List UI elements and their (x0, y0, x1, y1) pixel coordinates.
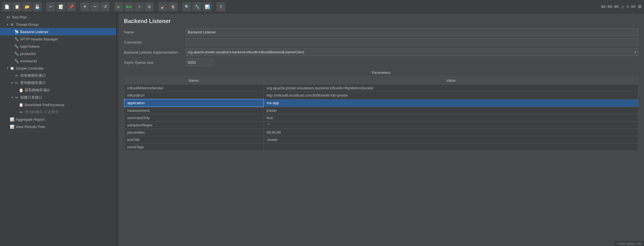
tree-icon-query-no-gateway: ✏ (19, 110, 24, 115)
tree-arrow-query-cart: ▼ (10, 81, 14, 85)
params-header-row: Name: Value (124, 77, 638, 85)
param-value-cell: true (264, 114, 638, 122)
error-count: 0/0 (631, 5, 636, 9)
tree-icon-create-order: ✏ (14, 95, 19, 100)
clear-all-button[interactable]: 🗑 (169, 2, 178, 11)
tree-item-create-order[interactable]: ▼✏创建订单接口 (0, 94, 116, 101)
name-input[interactable] (186, 28, 638, 36)
tree-label-backend-listener: Backend Listener (20, 30, 48, 34)
function-helper-button[interactable]: 🔧 (192, 2, 201, 11)
template-button[interactable]: 📋 (12, 2, 21, 11)
implementation-label: Backend Listener implementation (124, 50, 186, 54)
new-button[interactable]: 📄 (2, 2, 11, 11)
tree-label-product-id: productId (20, 52, 35, 56)
table-row[interactable]: measurementjmeter (124, 107, 638, 114)
tree-item-test-plan[interactable]: 🏷Test Plan (0, 13, 116, 21)
table-row[interactable]: summaryOnlytrue (124, 114, 638, 122)
tree-item-query-cart[interactable]: ▼✏查询购物车接口 (0, 79, 116, 86)
param-value-cell: jmeter (264, 107, 638, 114)
sep2 (78, 3, 78, 11)
tree-icon-query-cart: ✏ (14, 80, 19, 85)
sep4 (156, 3, 156, 11)
start-no-pause-button[interactable]: ▶▶ (124, 2, 133, 11)
settings-icon[interactable]: ⚙ (638, 4, 642, 9)
status-bar: CSDN @Men_DD (614, 241, 644, 246)
tree-item-beanshell-preprocessor[interactable]: 📋BeanShell PreProcessor (0, 101, 116, 108)
open-button[interactable]: 📂 (22, 2, 31, 11)
param-name-cell: influxdbMetricsSender (124, 85, 264, 92)
log-button[interactable]: 📊 (203, 2, 212, 11)
tree-label-view-results-tree: View Results Tree (16, 125, 45, 129)
tree-item-http-header-manager[interactable]: 🔧HTTP Header Manager (0, 35, 116, 43)
tree-item-view-results-tree[interactable]: 📊View Results Tree (0, 123, 116, 130)
paste-button[interactable]: 📌 (67, 2, 76, 11)
table-row[interactable]: influxdbMetricsSenderorg.apache.jmeter.v… (124, 85, 638, 92)
tree-item-backend-listener[interactable]: 📡Backend Listener (0, 28, 116, 35)
tree-item-product-id[interactable]: 🔧productId (0, 50, 116, 57)
tree-item-aggregate-report[interactable]: 📊Aggregate Report (0, 116, 116, 123)
search-button[interactable]: 🔍 (182, 2, 191, 11)
params-table: Name: Value influxdbMetricsSenderorg.apa… (124, 76, 638, 151)
remove-button[interactable]: − (90, 2, 99, 11)
async-queue-row: Async Queue size (124, 59, 638, 66)
comments-input[interactable] (186, 38, 638, 46)
warning-icon: ⚠ (621, 4, 625, 9)
param-name-cell: application (124, 99, 264, 107)
right-panel: Backend Listener Name: Comments: Backend… (118, 13, 644, 246)
add-button[interactable]: + (80, 2, 89, 11)
timer-display: 00:00:00 (601, 4, 619, 9)
tree-item-query-no-gateway[interactable]: ✏查询购物车-不走网关 (0, 108, 116, 116)
shutdown-button[interactable]: ⏹ (145, 2, 154, 11)
async-queue-input[interactable] (186, 59, 214, 66)
tree-item-member-id[interactable]: 🔧memberId (0, 57, 116, 65)
sep6 (214, 3, 214, 11)
tree-icon-login-tokens: 🔧 (14, 44, 19, 49)
tree-icon-beanshell-preprocessor: 📋 (19, 102, 24, 107)
params-title: Parameters (124, 70, 638, 75)
table-row[interactable]: applicationmx-app (124, 99, 638, 107)
name-row: Name: (124, 28, 638, 36)
save-button[interactable]: 💾 (33, 2, 42, 11)
tree-label-login-tokens: loginTokens (20, 44, 40, 49)
panel-title: Backend Listener (124, 18, 638, 24)
tree-label-query-cart: 查询购物车接口 (20, 80, 46, 85)
start-button[interactable]: ▶ (114, 2, 123, 11)
toolbar: 📄 📋 📂 💾 ✂ 📝 📌 + − ↺ ▶ ▶▶ ⏸ ⏹ 🧹 🗑 🔍 🔧 📊 ?… (0, 0, 644, 13)
table-row[interactable]: samplersRegex.* (124, 122, 638, 129)
stop-button[interactable]: ⏸ (135, 2, 144, 11)
comments-row: Comments: (124, 38, 638, 46)
copy-button[interactable]: 📝 (56, 2, 65, 11)
table-row[interactable]: percentiles90;95;99 (124, 129, 638, 136)
tree-item-get-cart-item[interactable]: 📋获取购物车项id (0, 86, 116, 94)
tree-label-simple-controller: Simple Controller (16, 66, 44, 70)
tree-arrow-create-order: ▼ (10, 96, 14, 99)
tree-item-add-cart[interactable]: ✏添加购物车接口 (0, 72, 116, 79)
tree-item-simple-controller[interactable]: ▼🔲Simple Controller (0, 65, 116, 72)
tree-icon-product-id: 🔧 (14, 51, 19, 56)
table-row[interactable]: influxdbUrlhttp://influxdb.localhost.com… (124, 92, 638, 99)
param-value-cell: http://influxdb.localhost.com:8086/write… (264, 92, 638, 99)
param-value-cell: org.apache.jmeter.visualizers.backend.in… (264, 85, 638, 92)
warning-count: 0 (627, 5, 629, 9)
tree-label-query-no-gateway: 查询购物车-不走网关 (25, 110, 59, 115)
clear-button[interactable]: 🧹 (158, 2, 167, 11)
help-button[interactable]: ? (216, 2, 225, 11)
table-row[interactable]: testTitleJmeter (124, 136, 638, 144)
param-name-cell: measurement (124, 107, 264, 114)
implementation-select[interactable]: org.apache.jmeter.visualizers.backend.in… (186, 49, 638, 56)
tree-label-member-id: memberId (20, 59, 37, 63)
sep3 (112, 3, 112, 11)
tree-icon-simple-controller: 🔲 (10, 66, 15, 71)
tree-item-login-tokens[interactable]: 🔧loginTokens (0, 43, 116, 50)
main-layout: 🏷Test Plan▼⚙Thread Group📡Backend Listene… (0, 13, 644, 246)
param-name-cell: summaryOnly (124, 114, 264, 122)
param-value-cell: .* (264, 122, 638, 129)
table-row[interactable]: eventTags (124, 144, 638, 151)
reset-button[interactable]: ↺ (101, 2, 110, 11)
param-name-cell: percentiles (124, 129, 264, 136)
params-value-header: Value (264, 77, 638, 85)
cut-button[interactable]: ✂ (46, 2, 55, 11)
param-name-cell: eventTags (124, 144, 264, 151)
tree-item-thread-group[interactable]: ▼⚙Thread Group (0, 21, 116, 28)
tree-label-thread-group: Thread Group (16, 22, 38, 27)
